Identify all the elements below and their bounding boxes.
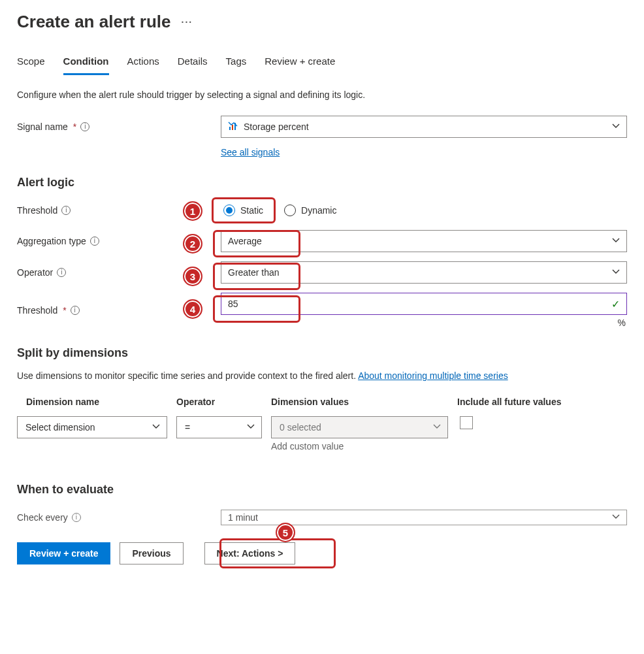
threshold-dynamic-radio[interactable]: Dynamic (282, 202, 342, 219)
dimension-name-value: Select dimension (25, 422, 95, 433)
chevron-down-icon (247, 422, 255, 433)
required-asterisk: * (73, 122, 76, 132)
callout-badge-3: 3 (183, 267, 202, 286)
column-include-future: Include all future values (457, 397, 627, 407)
review-create-button[interactable]: Review + create (17, 542, 110, 564)
dimension-operator-select[interactable]: = (176, 416, 262, 438)
wizard-tabs: Scope Condition Actions Details Tags Rev… (17, 50, 627, 75)
operator-label: Operator (17, 267, 53, 278)
split-description: Use dimensions to monitor specific time … (17, 370, 627, 381)
aggregation-type-value: Average (228, 236, 262, 246)
aggregation-type-label: Aggregation type (17, 236, 86, 246)
check-every-value: 1 minut (228, 512, 258, 523)
condition-description: Configure when the alert rule should tri… (17, 90, 627, 100)
threshold-value-label: Threshold (17, 305, 57, 316)
page-title: Create an alert rule ··· (17, 12, 627, 32)
wizard-footer: Review + create Previous Next: Actions > (17, 534, 627, 570)
split-description-text: Use dimensions to monitor specific time … (17, 370, 358, 381)
threshold-static-label: Static (240, 205, 263, 216)
tab-details[interactable]: Details (178, 50, 208, 75)
add-custom-value-link[interactable]: Add custom value (271, 441, 448, 451)
chevron-down-icon (612, 236, 620, 246)
see-all-signals-link[interactable]: See all signals (221, 147, 280, 157)
dimension-name-select[interactable]: Select dimension (17, 416, 167, 438)
callout-badge-2: 2 (183, 234, 202, 253)
more-actions-icon[interactable]: ··· (182, 17, 193, 27)
dimensions-table-row: Select dimension = 0 selected Add custom… (17, 416, 627, 451)
aggregation-type-dropdown[interactable]: Average (221, 230, 627, 252)
column-dimension-name: Dimension name (26, 397, 176, 407)
previous-button[interactable]: Previous (120, 542, 183, 564)
signal-name-label: Signal name (17, 122, 68, 132)
dimensions-table-header: Dimension name Operator Dimension values… (17, 393, 627, 416)
operator-dropdown[interactable]: Greater than (221, 261, 627, 284)
callout-badge-4: 4 (183, 299, 202, 319)
threshold-type-radio-group: Static Dynamic (221, 202, 627, 219)
chevron-down-icon (612, 267, 620, 278)
alert-logic-heading: Alert logic (17, 176, 627, 189)
checkmark-icon: ✓ (611, 298, 620, 310)
dimension-values-select[interactable]: 0 selected (271, 416, 448, 438)
when-to-evaluate-heading: When to evaluate (17, 483, 627, 497)
info-icon[interactable]: i (72, 513, 81, 522)
tab-review-create[interactable]: Review + create (265, 50, 335, 75)
signal-name-value: Storage percent (244, 122, 309, 132)
chevron-down-icon (152, 422, 160, 433)
radio-checked-icon (223, 204, 235, 216)
tab-scope[interactable]: Scope (17, 50, 45, 75)
dimension-operator-value: = (185, 422, 190, 433)
info-icon[interactable]: i (80, 122, 89, 131)
svg-rect-0 (229, 127, 231, 130)
callout-badge-1: 1 (183, 201, 202, 221)
info-icon[interactable]: i (90, 237, 99, 246)
check-every-label: Check every (17, 512, 68, 523)
tab-tags[interactable]: Tags (226, 50, 247, 75)
next-actions-button[interactable]: Next: Actions > (204, 542, 296, 564)
info-icon[interactable]: i (71, 306, 80, 315)
include-future-checkbox[interactable] (460, 416, 473, 429)
tab-condition[interactable]: Condition (63, 50, 109, 75)
page-title-text: Create an alert rule (17, 12, 171, 32)
radio-unchecked-icon (284, 204, 296, 216)
signal-name-dropdown[interactable]: Storage percent (221, 116, 627, 138)
chevron-down-icon (433, 422, 441, 433)
callout-badge-5: 5 (276, 523, 295, 542)
metric-icon (228, 121, 238, 133)
threshold-dynamic-label: Dynamic (301, 205, 336, 216)
required-asterisk: * (63, 305, 66, 316)
threshold-static-radio[interactable]: Static (221, 202, 268, 219)
threshold-value-text: 85 (228, 299, 238, 309)
info-icon[interactable]: i (57, 268, 66, 277)
dimension-values-value: 0 selected (280, 422, 321, 433)
threshold-value-input[interactable]: 85 ✓ (221, 293, 627, 315)
chevron-down-icon (612, 122, 620, 132)
column-operator: Operator (176, 397, 271, 407)
operator-value: Greater than (228, 267, 280, 278)
chevron-down-icon (612, 512, 620, 523)
threshold-type-label: Threshold (17, 205, 57, 216)
about-monitoring-link[interactable]: About monitoring multiple time series (358, 370, 508, 381)
info-icon[interactable]: i (61, 206, 71, 215)
split-by-dimensions-heading: Split by dimensions (17, 346, 627, 360)
tab-actions[interactable]: Actions (127, 50, 159, 75)
threshold-unit: % (221, 318, 627, 328)
svg-rect-1 (232, 125, 233, 130)
column-dimension-values: Dimension values (271, 397, 457, 407)
